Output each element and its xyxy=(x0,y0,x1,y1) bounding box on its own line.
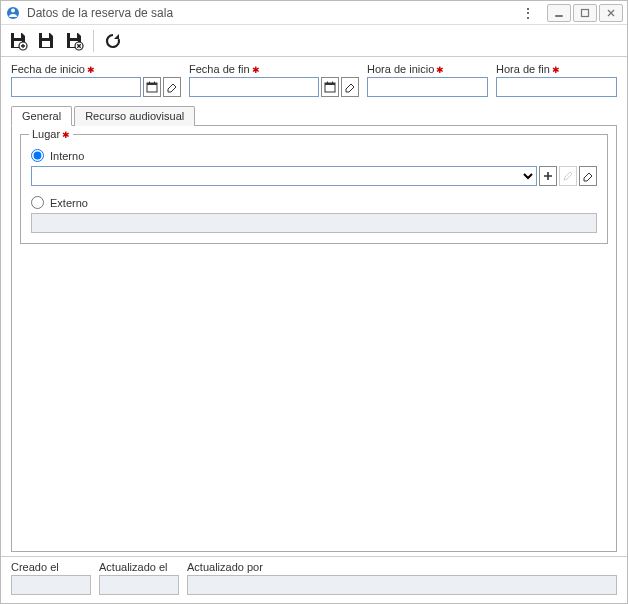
svg-rect-9 xyxy=(70,33,77,38)
svg-rect-15 xyxy=(154,82,155,85)
fecha-fin-input[interactable] xyxy=(189,77,319,97)
required-icon: ✱ xyxy=(62,130,70,140)
maximize-button[interactable] xyxy=(573,4,597,22)
tab-general[interactable]: General xyxy=(11,106,72,126)
hora-fin-input[interactable] xyxy=(496,77,617,97)
edit-icon xyxy=(559,166,577,186)
fecha-inicio-field: Fecha de inicio✱ xyxy=(11,63,181,97)
radio-externo[interactable] xyxy=(31,196,44,209)
fecha-inicio-input[interactable] xyxy=(11,77,141,97)
toolbar xyxy=(1,25,627,57)
hora-inicio-label: Hora de inicio✱ xyxy=(367,63,488,75)
save-new-button[interactable] xyxy=(7,30,29,52)
hora-inicio-input[interactable] xyxy=(367,77,488,97)
svg-rect-4 xyxy=(14,33,21,38)
lugar-interno-select[interactable] xyxy=(31,166,537,186)
footer: Creado el Actualizado el Actualizado por xyxy=(1,556,627,603)
refresh-button[interactable] xyxy=(102,30,124,52)
tab-recurso-audiovisual[interactable]: Recurso audiovisual xyxy=(74,106,195,126)
actualizado-el-value xyxy=(99,575,179,595)
clear-icon[interactable] xyxy=(341,77,359,97)
app-window: Datos de la reserva de sala ⋮ xyxy=(0,0,628,604)
app-icon xyxy=(5,5,21,21)
svg-rect-19 xyxy=(332,82,333,85)
clear-icon[interactable] xyxy=(579,166,597,186)
toolbar-divider xyxy=(93,30,94,52)
radio-interno-label: Interno xyxy=(50,150,84,162)
window-title: Datos de la reserva de sala xyxy=(27,6,511,20)
minimize-button[interactable] xyxy=(547,4,571,22)
required-icon: ✱ xyxy=(252,65,260,75)
calendar-icon[interactable] xyxy=(143,77,161,97)
actualizado-por-field: Actualizado por xyxy=(187,561,617,595)
save-delete-button[interactable] xyxy=(63,30,85,52)
hora-fin-field: Hora de fin✱ xyxy=(496,63,617,97)
svg-point-1 xyxy=(11,8,15,12)
content-area: Fecha de inicio✱ Fecha de fin✱ xyxy=(1,57,627,556)
actualizado-por-value xyxy=(187,575,617,595)
lugar-fieldset: Lugar✱ Interno xyxy=(20,134,608,244)
svg-rect-7 xyxy=(42,33,49,38)
svg-rect-3 xyxy=(582,9,589,16)
hora-inicio-field: Hora de inicio✱ xyxy=(367,63,488,97)
actualizado-el-label: Actualizado el xyxy=(99,561,179,573)
svg-rect-8 xyxy=(42,41,50,47)
hora-fin-label: Hora de fin✱ xyxy=(496,63,617,75)
creado-el-value xyxy=(11,575,91,595)
radio-externo-label: Externo xyxy=(50,197,88,209)
calendar-icon[interactable] xyxy=(321,77,339,97)
actualizado-por-label: Actualizado por xyxy=(187,561,617,573)
radio-interno[interactable] xyxy=(31,149,44,162)
required-icon: ✱ xyxy=(87,65,95,75)
tab-panel-general: Lugar✱ Interno xyxy=(11,126,617,552)
fecha-fin-field: Fecha de fin✱ xyxy=(189,63,359,97)
date-row: Fecha de inicio✱ Fecha de fin✱ xyxy=(11,63,617,97)
creado-el-label: Creado el xyxy=(11,561,91,573)
tab-bar: General Recurso audiovisual xyxy=(11,105,617,126)
creado-el-field: Creado el xyxy=(11,561,91,595)
required-icon: ✱ xyxy=(436,65,444,75)
required-icon: ✱ xyxy=(552,65,560,75)
lugar-legend: Lugar✱ xyxy=(29,128,73,140)
svg-rect-2 xyxy=(555,15,563,17)
close-button[interactable] xyxy=(599,4,623,22)
fecha-inicio-label: Fecha de inicio✱ xyxy=(11,63,181,75)
add-icon[interactable] xyxy=(539,166,557,186)
lugar-externo-input xyxy=(31,213,597,233)
kebab-menu-icon[interactable]: ⋮ xyxy=(511,6,545,20)
svg-rect-14 xyxy=(149,82,150,85)
clear-icon[interactable] xyxy=(163,77,181,97)
titlebar: Datos de la reserva de sala ⋮ xyxy=(1,1,627,25)
fecha-fin-label: Fecha de fin✱ xyxy=(189,63,359,75)
svg-rect-18 xyxy=(327,82,328,85)
svg-rect-13 xyxy=(147,83,157,85)
svg-rect-17 xyxy=(325,83,335,85)
save-button[interactable] xyxy=(35,30,57,52)
actualizado-el-field: Actualizado el xyxy=(99,561,179,595)
